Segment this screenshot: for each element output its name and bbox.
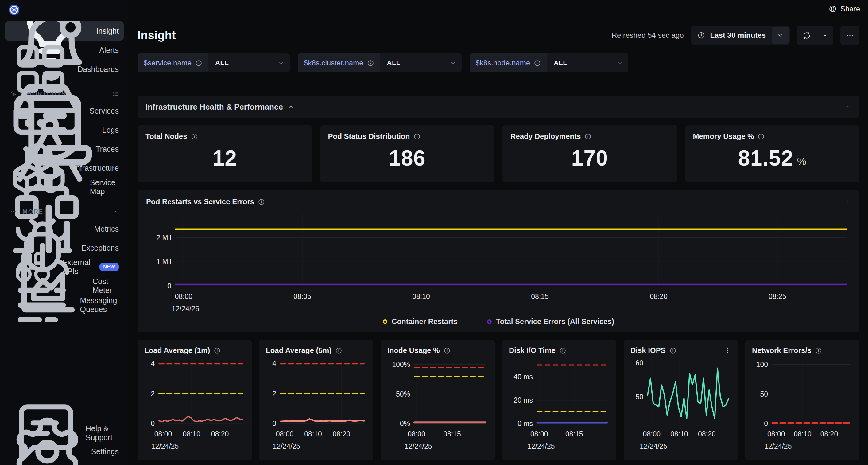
section-header[interactable]: Infrastructure Health & Performance bbox=[137, 96, 859, 118]
svg-text:08:10: 08:10 bbox=[304, 430, 322, 438]
chart-load-average-1m[interactable]: 02408:0008:1008:2012/24/25 bbox=[144, 356, 245, 453]
topbar: Share bbox=[129, 0, 868, 18]
filter-k8s-cluster-name[interactable]: $k8s.cluster.nameALL bbox=[298, 53, 461, 72]
chart-menu-button[interactable] bbox=[843, 198, 851, 205]
stat-value: 12 bbox=[146, 141, 304, 175]
info-icon bbox=[195, 60, 202, 67]
chart-load-average-5m[interactable]: 02408:0008:1008:2012/24/25 bbox=[266, 356, 367, 453]
filter-value-dropdown[interactable]: ALL bbox=[380, 53, 462, 72]
chart-card-pod-restarts-vs-service-errors: Pod Restarts vs Service Errors 01 Mil2 M… bbox=[137, 190, 859, 332]
chart-inode-usage[interactable]: 0%50%100%08:0008:1512/24/25 bbox=[388, 356, 488, 453]
stat-card-ready-deployments: Ready Deployments170 bbox=[502, 125, 677, 182]
svg-text:08:00: 08:00 bbox=[154, 430, 172, 438]
stat-cards-row: Total Nodes12Pod Status Distribution186R… bbox=[137, 125, 859, 182]
svg-text:12/24/25: 12/24/25 bbox=[405, 442, 432, 450]
refresh-interval-button[interactable] bbox=[816, 26, 833, 45]
legend-item-total-service-errors-all-services[interactable]: Total Service Errors (All Services) bbox=[487, 317, 614, 326]
svg-text:08:00: 08:00 bbox=[175, 292, 192, 300]
svg-text:08:10: 08:10 bbox=[670, 430, 688, 438]
filters-row: $service.nameALL$k8s.cluster.nameALL$k8s… bbox=[137, 53, 859, 72]
info-icon bbox=[258, 198, 265, 205]
svg-text:100%: 100% bbox=[392, 360, 410, 369]
refresh-button[interactable] bbox=[797, 26, 816, 45]
new-badge: NEW bbox=[99, 263, 119, 271]
chart-card-load-average-1m: Load Average (1m) 02408:0008:1008:2012/2… bbox=[137, 340, 252, 460]
chevron-down-icon bbox=[277, 59, 285, 67]
filter-value-dropdown[interactable]: ALL bbox=[547, 53, 628, 72]
svg-text:08:15: 08:15 bbox=[565, 430, 583, 438]
chart-card-network-errors: Network Errors/s 05010008:0008:1008:2012… bbox=[745, 340, 859, 460]
refresh-icon bbox=[803, 32, 811, 39]
info-icon bbox=[413, 133, 421, 140]
info-icon bbox=[367, 60, 374, 67]
svg-text:2: 2 bbox=[151, 390, 155, 398]
svg-text:2: 2 bbox=[272, 390, 276, 398]
chart-disk-io-time[interactable]: 0 ms20 ms40 ms08:0008:1512/24/25 bbox=[509, 356, 610, 453]
time-range-label: Last 30 minutes bbox=[710, 31, 766, 39]
chevron-down-icon bbox=[450, 59, 457, 67]
chevron-up-icon bbox=[112, 208, 119, 215]
sidebar-item-settings[interactable]: Settings bbox=[5, 442, 124, 461]
info-icon bbox=[443, 347, 451, 354]
section-title: Infrastructure Health & Performance bbox=[146, 102, 283, 112]
legend-item-container-restarts[interactable]: Container Restarts bbox=[383, 317, 458, 326]
svg-text:1 Mil: 1 Mil bbox=[156, 258, 171, 266]
refreshed-text: Refreshed 54 sec ago bbox=[612, 31, 684, 39]
info-icon bbox=[559, 347, 566, 354]
svg-text:12/24/25: 12/24/25 bbox=[764, 442, 792, 450]
svg-text:08:15: 08:15 bbox=[443, 430, 461, 438]
caret-down-icon bbox=[821, 32, 829, 39]
app-logo[interactable] bbox=[5, 4, 124, 19]
svg-text:12/24/25: 12/24/25 bbox=[273, 442, 301, 450]
svg-text:08:25: 08:25 bbox=[769, 292, 786, 300]
sidebar-footer: Help & SupportSettings bbox=[5, 424, 124, 461]
ellipsis-icon bbox=[843, 103, 851, 111]
svg-text:08:00: 08:00 bbox=[530, 430, 548, 438]
svg-text:50: 50 bbox=[760, 390, 768, 398]
filter-service-name[interactable]: $service.nameALL bbox=[137, 53, 290, 72]
chart-network-errors[interactable]: 05010008:0008:1008:2012/24/25 bbox=[752, 356, 852, 453]
chart-card-disk-iops: Disk IOPS 506008:0008:1008:2012/24/25 bbox=[624, 340, 738, 460]
svg-text:50: 50 bbox=[636, 393, 643, 401]
kebab-icon bbox=[724, 347, 731, 354]
content: Insight Refreshed 54 sec ago Last 30 min… bbox=[129, 18, 868, 465]
app-logo-icon bbox=[9, 4, 20, 16]
ellipsis-icon bbox=[846, 31, 854, 39]
sidebar-item-messaging-queues[interactable]: Messaging Queues bbox=[5, 295, 124, 315]
svg-text:0%: 0% bbox=[400, 419, 410, 428]
chart-menu-button[interactable] bbox=[724, 347, 731, 354]
info-icon bbox=[534, 60, 541, 67]
svg-text:4: 4 bbox=[272, 360, 276, 368]
info-icon bbox=[191, 133, 198, 140]
time-range-picker[interactable]: Last 30 minutes bbox=[691, 26, 790, 45]
stat-value: 81.52% bbox=[693, 141, 852, 175]
share-button[interactable]: Share bbox=[829, 5, 860, 13]
filter-value-dropdown[interactable]: ALL bbox=[208, 53, 290, 72]
refresh-control bbox=[797, 26, 833, 45]
svg-text:0: 0 bbox=[272, 419, 276, 428]
small-charts-row: Load Average (1m) 02408:0008:1008:2012/2… bbox=[137, 340, 859, 460]
svg-text:08:20: 08:20 bbox=[820, 430, 838, 438]
svg-text:08:00: 08:00 bbox=[276, 430, 294, 438]
svg-text:0: 0 bbox=[764, 419, 768, 428]
stat-card-pod-status-distribution: Pod Status Distribution186 bbox=[320, 125, 495, 182]
svg-text:08:20: 08:20 bbox=[698, 430, 716, 438]
svg-text:40 ms: 40 ms bbox=[514, 373, 533, 381]
chevron-down-icon bbox=[616, 59, 623, 67]
chart-disk-iops[interactable]: 506008:0008:1008:2012/24/25 bbox=[630, 356, 731, 453]
time-range-chevron[interactable] bbox=[772, 27, 788, 43]
share-label: Share bbox=[840, 5, 860, 13]
stat-value: 170 bbox=[510, 141, 669, 175]
svg-text:12/24/25: 12/24/25 bbox=[151, 442, 179, 450]
chart-pod-restarts-vs-service-errors[interactable]: 01 Mil2 Mil08:0008:0508:1008:1508:2008:2… bbox=[146, 207, 851, 315]
info-icon bbox=[670, 347, 677, 354]
svg-text:100: 100 bbox=[756, 360, 768, 369]
section-more-button[interactable] bbox=[843, 103, 851, 111]
filter-k8s-node-name[interactable]: $k8s.node.nameALL bbox=[470, 53, 628, 72]
page-header: Insight Refreshed 54 sec ago Last 30 min… bbox=[137, 26, 859, 45]
svg-text:08:10: 08:10 bbox=[794, 430, 811, 438]
svg-text:08:00: 08:00 bbox=[767, 430, 785, 438]
main-area: Share Insight Refreshed 54 sec ago Last … bbox=[129, 0, 868, 465]
page-more-button[interactable] bbox=[840, 26, 859, 45]
svg-text:50%: 50% bbox=[396, 390, 410, 398]
